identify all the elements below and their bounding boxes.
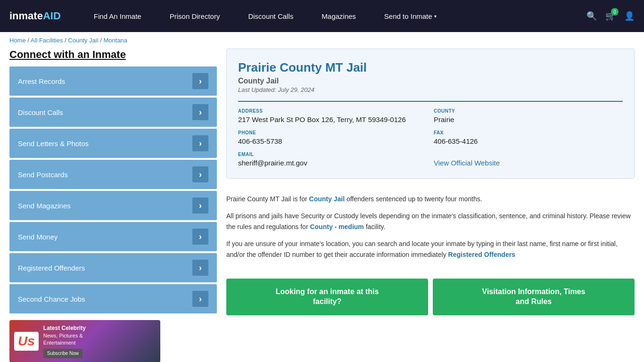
email-block: EMAIL sheriff@prairie.mt.gov: [238, 152, 427, 167]
sidebar-item-send-letters[interactable]: Send Letters & Photos ›: [9, 129, 217, 158]
website-block: View Official Website: [434, 152, 623, 167]
sidebar-item-send-money[interactable]: Send Money ›: [9, 222, 217, 251]
view-official-website-link[interactable]: View Official Website: [434, 159, 500, 167]
search-icon[interactable]: 🔍: [586, 11, 597, 21]
sidebar-item-second-chance-jobs[interactable]: Second Chance Jobs ›: [9, 284, 217, 313]
fax-block: FAX 406-635-4126: [434, 130, 623, 145]
registered-offenders-link[interactable]: Registered Offenders: [448, 251, 515, 258]
nav-links: Find An Inmate Prison Directory Discount…: [80, 0, 586, 32]
facility-type: County Jail: [238, 77, 623, 85]
sidebar-item-send-postcards[interactable]: Send Postcards ›: [9, 160, 217, 189]
description-p2: All prisons and jails have Security or C…: [226, 211, 635, 232]
description-area: Prairie County MT Jail is for County Jai…: [226, 186, 635, 274]
facility-updated: Last Updated: July 29, 2024: [238, 86, 623, 93]
breadcrumb-all-facilities[interactable]: All Facilities: [31, 37, 63, 44]
bottom-buttons: Looking for an inmate at this facility? …: [226, 279, 635, 315]
description-p1: Prairie County MT Jail is for County Jai…: [226, 194, 635, 204]
chevron-right-icon: ›: [192, 291, 208, 307]
breadcrumb-home[interactable]: Home: [9, 37, 26, 44]
nav-magazines[interactable]: Magazines: [307, 0, 370, 32]
county-block: COUNTY Prairie: [434, 108, 623, 123]
dropdown-arrow-icon: ▾: [434, 14, 437, 19]
info-grid: ADDRESS 217 West Park St PO Box 126, Ter…: [238, 101, 623, 167]
address-block: ADDRESS 217 West Park St PO Box 126, Ter…: [238, 108, 427, 123]
breadcrumb-county-jail[interactable]: County Jail: [68, 37, 98, 44]
chevron-right-icon: ›: [192, 229, 208, 245]
logo-inmate: inmate: [9, 10, 43, 22]
chevron-right-icon: ›: [192, 104, 208, 120]
logo-aid: AID: [43, 10, 61, 22]
navbar: inmateAID Find An Inmate Prison Director…: [0, 0, 644, 32]
ad-logo: Us: [14, 332, 39, 351]
main-layout: Connect with an Inmate Arrest Records › …: [0, 49, 644, 362]
ad-text: Latest Celebrity News, Pictures & Entert…: [43, 324, 86, 358]
looking-for-inmate-button[interactable]: Looking for an inmate at this facility?: [226, 279, 428, 315]
sidebar: Connect with an Inmate Arrest Records › …: [9, 49, 217, 362]
nav-send-to-inmate[interactable]: Send to Inmate ▾: [370, 0, 451, 32]
breadcrumb: Home / All Facilities / County Jail / Mo…: [0, 32, 644, 49]
content-area: Prairie County MT Jail County Jail Last …: [226, 49, 635, 362]
county-medium-link[interactable]: County - medium: [310, 223, 363, 230]
navbar-icons: 🔍 🛒 0 👤: [586, 11, 635, 21]
chevron-right-icon: ›: [192, 260, 208, 276]
nav-prison-directory[interactable]: Prison Directory: [156, 0, 234, 32]
sidebar-item-discount-calls[interactable]: Discount Calls ›: [9, 98, 217, 127]
facility-card: Prairie County MT Jail County Jail Last …: [226, 49, 635, 179]
chevron-right-icon: ›: [192, 166, 208, 182]
phone-block: PHONE 406-635-5738: [238, 130, 427, 145]
sidebar-item-registered-offenders[interactable]: Registered Offenders ›: [9, 253, 217, 282]
county-jail-link[interactable]: County Jail: [309, 195, 345, 203]
sidebar-item-send-magazines[interactable]: Send Magazines ›: [9, 191, 217, 220]
visitation-info-button[interactable]: Visitation Information, Times and Rules: [433, 279, 635, 315]
chevron-right-icon: ›: [192, 73, 208, 89]
sidebar-item-arrest-records[interactable]: Arrest Records ›: [9, 66, 217, 96]
nav-discount-calls[interactable]: Discount Calls: [234, 0, 307, 32]
description-p3: If you are unsure of your inmate's locat…: [226, 239, 635, 260]
sidebar-title: Connect with an Inmate: [9, 49, 217, 61]
sidebar-menu: Arrest Records › Discount Calls › Send L…: [9, 66, 217, 313]
ad-subscribe-button[interactable]: Subscribe Now: [43, 349, 83, 358]
chevron-right-icon: ›: [192, 135, 208, 151]
site-logo[interactable]: inmateAID: [9, 10, 61, 22]
facility-name: Prairie County MT Jail: [238, 60, 623, 75]
user-icon[interactable]: 👤: [624, 11, 635, 21]
cart-icon[interactable]: 🛒 0: [605, 11, 616, 21]
chevron-right-icon: ›: [192, 197, 208, 214]
breadcrumb-montana[interactable]: Montana: [103, 37, 127, 44]
nav-find-inmate[interactable]: Find An Inmate: [80, 0, 156, 32]
ad-banner[interactable]: Us Latest Celebrity News, Pictures & Ent…: [9, 320, 160, 362]
cart-badge: 0: [611, 8, 619, 16]
